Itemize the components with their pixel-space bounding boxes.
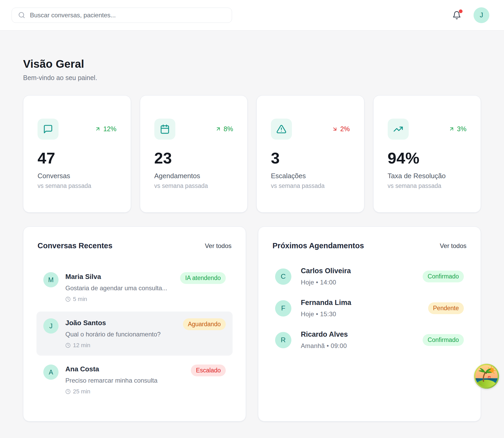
appointment-row[interactable]: C Carlos Oliveira Hoje • 14:00 Confirmad… — [275, 267, 464, 286]
panels-grid: Conversas Recentes Ver todos M Maria Sil… — [23, 226, 481, 421]
stat-label: Agendamentos — [154, 172, 233, 180]
arrow-up-right-icon — [95, 126, 101, 132]
conversation-row[interactable]: J João Santos Qual o horário de funciona… — [36, 312, 233, 356]
avatar: M — [43, 272, 59, 287]
main-content: Visão Geral Bem-vindo ao seu painel. 12%… — [0, 30, 504, 421]
avatar: F — [275, 300, 291, 316]
arrow-up-right-icon — [215, 126, 221, 132]
view-all-appointments-link[interactable]: Ver todos — [440, 242, 466, 250]
avatar: J — [43, 318, 59, 334]
status-badge: Escalado — [191, 365, 226, 376]
clock-icon — [65, 343, 71, 348]
trend-value: 3% — [457, 125, 466, 133]
stats-grid: 12% 47 Conversas vs semana passada 8% 23 — [23, 95, 481, 213]
search-icon — [18, 12, 25, 19]
status-badge: Confirmado — [423, 271, 464, 282]
status-badge: Confirmado — [423, 334, 464, 346]
status-badge: Pendente — [428, 302, 464, 314]
conversation-name: João Santos — [65, 319, 176, 327]
stat-card-escalacoes: 2% 3 Escalações vs semana passada — [256, 95, 364, 213]
stat-value: 3 — [271, 149, 350, 167]
conversation-message: Qual o horário de funcionamento? — [65, 331, 176, 338]
panel-title: Conversas Recentes — [38, 241, 112, 250]
appointment-name: Ricardo Alves — [301, 330, 413, 339]
conversation-time: 25 min — [73, 388, 90, 395]
stat-sublabel: vs semana passada — [388, 182, 467, 189]
trend-value: 8% — [224, 125, 233, 133]
stat-value: 47 — [38, 149, 117, 167]
conversation-name: Maria Silva — [65, 273, 173, 281]
trend-indicator: 3% — [449, 125, 466, 133]
view-all-conversations-link[interactable]: Ver todos — [205, 242, 232, 250]
conversation-message: Gostaria de agendar uma consulta... — [65, 284, 173, 292]
stat-sublabel: vs semana passada — [154, 182, 233, 189]
stat-value: 23 — [154, 149, 233, 167]
panel-title: Próximos Agendamentos — [272, 241, 364, 250]
appointment-row[interactable]: F Fernanda Lima Hoje • 15:30 Pendente — [275, 299, 464, 318]
stat-label: Conversas — [38, 172, 117, 180]
appointment-datetime: Amanhã • 09:00 — [301, 342, 413, 350]
trend-indicator: 8% — [215, 125, 233, 133]
clock-icon — [65, 297, 71, 302]
page-title: Visão Geral — [23, 58, 481, 70]
search-box[interactable] — [12, 8, 232, 23]
upcoming-appointments-panel: Próximos Agendamentos Ver todos C Carlos… — [258, 226, 481, 421]
stat-label: Escalações — [271, 172, 350, 180]
appointment-row[interactable]: R Ricardo Alves Amanhã • 09:00 Confirmad… — [275, 330, 464, 350]
appointment-name: Fernanda Lima — [301, 299, 419, 307]
trend-indicator: 12% — [95, 125, 116, 133]
appointment-list: C Carlos Oliveira Hoje • 14:00 Confirmad… — [271, 267, 468, 350]
appointment-name: Carlos Oliveira — [301, 267, 413, 275]
conversation-name: Ana Costa — [65, 365, 184, 373]
stat-sublabel: vs semana passada — [271, 182, 350, 189]
stat-card-taxa-resolucao: 3% 94% Taxa de Resolução vs semana passa… — [373, 95, 481, 213]
alert-triangle-icon — [271, 119, 292, 140]
arrow-up-right-icon — [449, 126, 455, 132]
stat-card-conversas: 12% 47 Conversas vs semana passada — [23, 95, 131, 213]
status-badge: IA atendendo — [180, 272, 226, 284]
arrow-down-right-icon — [332, 126, 338, 132]
status-badge: Aguardando — [183, 318, 226, 330]
conversation-row[interactable]: A Ana Costa Preciso remarcar minha consu… — [36, 358, 233, 402]
top-bar: J — [0, 0, 504, 30]
clock-icon — [65, 389, 71, 394]
stat-card-agendamentos: 8% 23 Agendamentos vs semana passada — [140, 95, 248, 213]
recent-conversations-panel: Conversas Recentes Ver todos M Maria Sil… — [23, 226, 246, 421]
notifications-button[interactable] — [452, 10, 462, 20]
conversation-message: Preciso remarcar minha consulta — [65, 377, 184, 384]
appointment-datetime: Hoje • 15:30 — [301, 310, 419, 318]
search-input[interactable] — [30, 12, 225, 19]
trend-indicator: 2% — [332, 125, 350, 133]
conversation-time: 12 min — [73, 342, 90, 349]
avatar: R — [275, 332, 291, 348]
conversation-time: 5 min — [73, 296, 87, 303]
user-avatar[interactable]: J — [474, 7, 489, 23]
chat-bubble-icon — [38, 119, 59, 140]
conversation-row[interactable]: M Maria Silva Gostaria de agendar uma co… — [36, 265, 233, 309]
stat-value: 94% — [388, 149, 467, 167]
conversation-list: M Maria Silva Gostaria de agendar uma co… — [36, 265, 233, 402]
avatar: C — [275, 268, 291, 285]
notification-dot — [459, 9, 463, 13]
avatar: A — [43, 365, 59, 380]
calendar-icon — [154, 119, 175, 140]
trend-value: 2% — [340, 125, 350, 133]
stat-sublabel: vs semana passada — [38, 182, 117, 189]
topbar-actions: J — [452, 7, 489, 23]
tropical-island-icon — [474, 363, 499, 389]
appointment-datetime: Hoje • 14:00 — [301, 279, 413, 286]
trend-value: 12% — [103, 125, 116, 133]
tropical-island-button[interactable] — [474, 363, 499, 389]
trending-up-icon — [388, 119, 409, 140]
page-subtitle: Bem-vindo ao seu painel. — [23, 74, 481, 82]
stat-label: Taxa de Resolução — [388, 172, 467, 180]
